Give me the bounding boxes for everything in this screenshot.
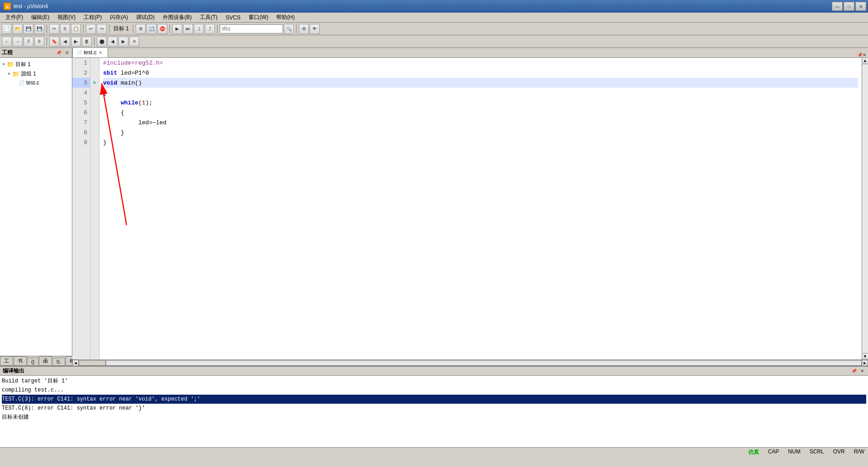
build-button[interactable]: ⚙ bbox=[136, 24, 146, 34]
save-all-button[interactable]: 💾 bbox=[34, 24, 44, 34]
output-panel: 编译输出 📌 ✕ Build target '目标 1' compiling t… bbox=[0, 366, 868, 447]
tree-target-label: 目标 1 bbox=[15, 61, 31, 68]
output-line-3: TEST.C(3): error C141: syntax error near… bbox=[2, 395, 866, 404]
panel-tab-project[interactable]: 工 bbox=[0, 356, 13, 366]
menu-file[interactable]: 文件(F) bbox=[2, 13, 27, 22]
menu-peripherals[interactable]: 外围设备(B) bbox=[159, 13, 195, 22]
vertical-scrollbar[interactable]: ▲ ▼ bbox=[862, 58, 868, 359]
status-scrl: SCRL bbox=[810, 448, 824, 456]
bookmark-toggle-button[interactable]: 🔖 bbox=[49, 37, 59, 47]
project-tree: ▼ 📁 目标 1 ▼ 📁 源组 1 📄 test.c bbox=[0, 58, 72, 356]
minimize-button[interactable]: — bbox=[832, 2, 843, 11]
menu-window[interactable]: 窗口(W) bbox=[245, 13, 272, 22]
panel-tab-func[interactable]: {} bbox=[27, 358, 38, 366]
open-file-button[interactable]: 📂 bbox=[13, 24, 23, 34]
menu-debug[interactable]: 调试(D) bbox=[132, 13, 158, 22]
outdent-button[interactable]: → bbox=[13, 37, 23, 47]
code-line-1: #include<reg52.h> bbox=[103, 58, 858, 68]
code-span-5-cond: ( bbox=[138, 99, 142, 106]
output-panel-close[interactable]: ✕ bbox=[859, 368, 865, 373]
uncomment-button[interactable]: # bbox=[34, 37, 44, 47]
clear-breakpoints-button[interactable]: ✕ bbox=[129, 37, 139, 47]
code-line-6: { bbox=[103, 108, 858, 118]
cut-button[interactable]: ✂ bbox=[49, 24, 59, 34]
gutter-3: ➤ bbox=[90, 78, 99, 88]
output-panel-title: 编译输出 bbox=[3, 367, 24, 375]
code-line-3: void main() bbox=[103, 78, 858, 88]
editor-horizontal-scrollbar[interactable]: ◄ ► bbox=[72, 359, 868, 366]
tab-close-icon[interactable]: ✕ bbox=[99, 50, 102, 55]
scroll-up-button[interactable]: ▲ bbox=[862, 58, 868, 64]
code-span-5-num: 1 bbox=[142, 99, 146, 106]
comment-button[interactable]: // bbox=[24, 37, 33, 47]
h-scroll-thumb[interactable] bbox=[79, 360, 106, 366]
menu-help[interactable]: 帮助(H) bbox=[273, 13, 298, 22]
current-line-arrow: ➤ bbox=[93, 79, 96, 87]
undo-button[interactable]: ↩ bbox=[86, 24, 96, 34]
tree-group-expand-icon: ▼ bbox=[7, 72, 11, 76]
stop-build-button[interactable]: ⛔ bbox=[157, 24, 167, 34]
tree-target[interactable]: ▼ 📁 目标 1 bbox=[0, 60, 72, 69]
search-input[interactable] bbox=[220, 24, 283, 33]
tab-close-editor-button[interactable]: ✕ bbox=[863, 52, 866, 57]
step-over-button[interactable]: ⤵ bbox=[194, 24, 204, 34]
project-panel-close[interactable]: ✕ bbox=[64, 50, 70, 55]
menu-view[interactable]: 视图(V) bbox=[54, 13, 79, 22]
next-bookmark-button[interactable]: ▶ bbox=[71, 37, 81, 47]
prev-bookmark-button[interactable]: ◀ bbox=[60, 37, 70, 47]
code-span-8: } bbox=[103, 129, 124, 136]
output-panel-pin[interactable]: 📌 bbox=[850, 368, 858, 373]
menu-svcs[interactable]: SVCS bbox=[222, 14, 244, 22]
close-button[interactable]: ✕ bbox=[855, 2, 866, 11]
target-icon: 📁 bbox=[7, 61, 14, 68]
menu-project[interactable]: 工程(P) bbox=[80, 13, 105, 22]
redo-button[interactable]: ↪ bbox=[97, 24, 107, 34]
tree-group[interactable]: ▼ 📁 源组 1 bbox=[0, 69, 72, 79]
project-panel-pin[interactable]: 📌 bbox=[55, 50, 63, 55]
scroll-left-button[interactable]: ◄ bbox=[72, 360, 79, 366]
panel-tab-book[interactable]: 书 bbox=[14, 356, 27, 366]
line-num-6: 6 bbox=[72, 108, 90, 118]
tab-pin-button[interactable]: 📌 bbox=[857, 52, 863, 57]
restore-button[interactable]: □ bbox=[844, 2, 854, 11]
code-content[interactable]: #include<reg52.h> sbit led=P1^0 void mai… bbox=[99, 58, 862, 359]
editor-tab-testc[interactable]: 📄 test.c ✕ bbox=[72, 47, 108, 57]
scroll-down-button[interactable]: ▼ bbox=[862, 353, 868, 359]
panel-tab-reg[interactable]: 函 bbox=[39, 356, 52, 366]
clear-bookmarks-button[interactable]: 🗑 bbox=[82, 37, 92, 47]
rebuild-button[interactable]: 🔄 bbox=[146, 24, 156, 34]
panel-tab-0[interactable]: 0, bbox=[52, 358, 65, 366]
code-line-7: led=~led bbox=[103, 118, 858, 127]
line-num-2: 2 bbox=[72, 68, 90, 78]
search-button[interactable]: 🔍 bbox=[284, 24, 294, 34]
gutter-2 bbox=[90, 68, 99, 78]
paste-button[interactable]: 📋 bbox=[71, 24, 81, 34]
code-span-3-rest: main() bbox=[117, 80, 142, 86]
step-out-button[interactable]: ⤴ bbox=[205, 24, 215, 34]
view-button[interactable]: 👁 bbox=[310, 24, 320, 34]
new-file-button[interactable]: 📄 bbox=[2, 24, 12, 34]
code-span-3-void: void bbox=[103, 80, 117, 86]
breakpoint-button[interactable]: ⬤ bbox=[97, 37, 107, 47]
h-scroll-track[interactable] bbox=[106, 360, 862, 366]
tree-file-item[interactable]: 📄 test.c bbox=[0, 79, 72, 87]
save-button[interactable]: 💾 bbox=[24, 24, 33, 34]
step-button[interactable]: ⏭ bbox=[183, 24, 193, 34]
menu-flash[interactable]: 闪存(A) bbox=[106, 13, 132, 22]
line-num-4: 4 bbox=[72, 88, 90, 98]
menu-tools[interactable]: 工具(T) bbox=[196, 13, 221, 22]
debug-button[interactable]: ▶ bbox=[172, 24, 182, 34]
next-breakpoint-button[interactable]: ▶ bbox=[118, 37, 128, 47]
code-span-7: led=~led bbox=[103, 119, 166, 126]
code-span-9: } bbox=[103, 139, 107, 146]
scroll-right-button[interactable]: ► bbox=[862, 360, 868, 366]
main-area: 工程 📌 ✕ ▼ 📁 目标 1 ▼ 📁 源组 1 📄 bbox=[0, 48, 868, 366]
prev-breakpoint-button[interactable]: ◀ bbox=[108, 37, 118, 47]
copy-button[interactable]: ⎘ bbox=[60, 24, 70, 34]
code-editor[interactable]: 1 2 3 4 5 6 7 8 9 ➤ bbox=[72, 58, 868, 359]
window-title: test - µVision4 bbox=[14, 3, 48, 9]
indent-button[interactable]: ← bbox=[2, 37, 12, 47]
menu-edit[interactable]: 编辑(E) bbox=[28, 13, 53, 22]
scroll-track[interactable] bbox=[862, 64, 868, 353]
settings-button[interactable]: ⚙ bbox=[299, 24, 309, 34]
